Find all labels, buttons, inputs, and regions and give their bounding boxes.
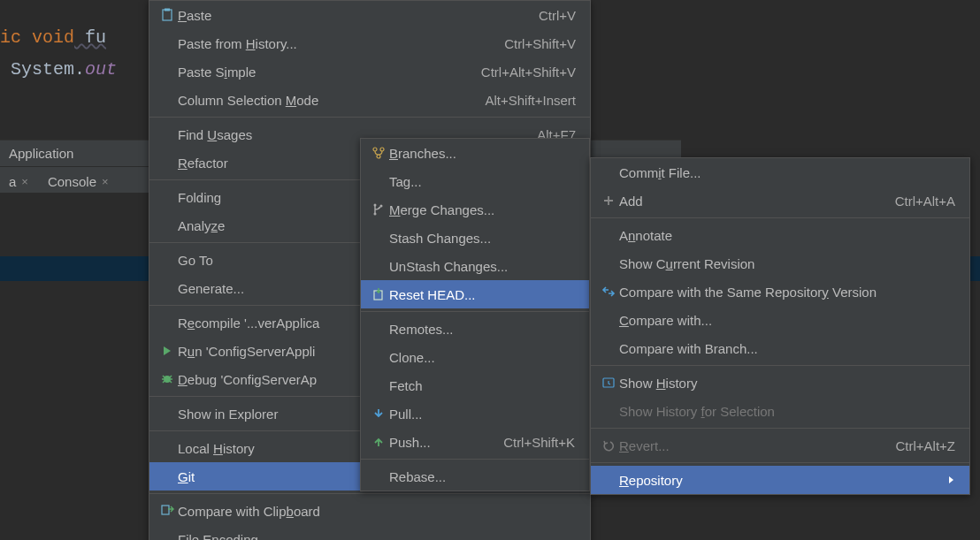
menu-separator [591,365,969,366]
menu-tag[interactable]: Tag... [361,167,589,195]
svg-line-8 [170,381,172,383]
menu-paste-simple[interactable]: Paste Simple Ctrl+Alt+Shift+V [149,57,590,86]
close-icon[interactable]: × [21,175,28,188]
tab-file[interactable]: a × [0,171,37,193]
menu-compare-clipboard[interactable]: Compare with Clipboard [149,497,590,525]
compare-clipboard-icon [157,503,178,519]
menu-show-history-selection: Show History for Selection [591,397,969,425]
push-icon [368,434,389,450]
menu-pull[interactable]: Pull... [361,399,589,428]
menu-separator [361,459,589,460]
menu-separator [591,428,969,429]
menu-compare-with[interactable]: Compare with... [591,306,969,334]
debug-icon [157,371,178,387]
menu-rebase[interactable]: Rebase... [361,462,589,491]
menu-separator [149,117,590,118]
menu-merge[interactable]: Merge Changes... [361,195,589,224]
history-icon [598,375,619,391]
menu-paste[interactable]: Paste Ctrl+V [149,1,590,29]
menu-commit-file[interactable]: Commit File... [591,158,969,186]
compare-icon [598,284,619,300]
branches-icon [368,145,389,161]
git-submenu: Branches... Tag... Merge Changes... Stas… [360,138,590,491]
svg-line-6 [170,376,172,377]
pull-icon [368,406,389,422]
menu-separator [591,462,969,463]
menu-annotate[interactable]: Annotate [591,221,969,249]
menu-column-selection[interactable]: Column Selection Mode Alt+Shift+Insert [149,86,590,114]
menu-unstash[interactable]: UnStash Changes... [361,252,589,280]
svg-point-15 [380,205,383,208]
menu-compare-branch[interactable]: Compare with Branch... [591,334,969,362]
menu-compare-same-repo[interactable]: Compare with the Same Repository Version [591,278,969,306]
menu-push[interactable]: Push... Ctrl+Shift+K [361,428,589,456]
merge-icon [368,202,389,217]
svg-line-7 [163,381,165,383]
svg-point-10 [373,148,377,151]
menu-show-current-rev[interactable]: Show Current Revision [591,249,969,278]
menu-file-encoding[interactable]: File Encoding [149,525,590,540]
svg-line-5 [163,376,165,377]
menu-paste-history[interactable]: Paste from History... Ctrl+Shift+V [149,29,590,57]
menu-branches[interactable]: Branches... [361,139,589,167]
svg-point-14 [374,213,377,216]
tab-console[interactable]: Console × [39,171,118,193]
revert-icon [598,437,619,453]
svg-point-12 [377,155,380,158]
menu-separator [361,311,589,312]
svg-rect-1 [165,9,170,11]
menu-add[interactable]: Add Ctrl+Alt+A [591,186,969,215]
menu-show-history[interactable]: Show History [591,369,969,397]
menu-fetch[interactable]: Fetch [361,371,589,399]
svg-point-13 [374,204,377,207]
svg-point-11 [380,148,384,151]
paste-icon [157,7,178,23]
close-icon[interactable]: × [102,175,109,188]
menu-remotes[interactable]: Remotes... [361,315,589,343]
menu-clone[interactable]: Clone... [361,343,589,371]
menu-reset-head[interactable]: Reset HEAD... [361,280,589,308]
vcs-submenu: Commit File... Add Ctrl+Alt+A Annotate S… [590,157,970,495]
svg-rect-9 [162,506,169,514]
menu-repository[interactable]: Repository [591,466,969,494]
menu-separator [149,493,590,494]
reset-icon [368,286,389,302]
add-icon [598,193,619,209]
submenu-arrow-icon [948,475,955,484]
menu-revert: Revert... Ctrl+Alt+Z [591,431,969,460]
menu-separator [591,217,969,218]
run-icon [157,343,178,359]
svg-rect-0 [163,10,172,20]
menu-stash[interactable]: Stash Changes... [361,224,589,252]
